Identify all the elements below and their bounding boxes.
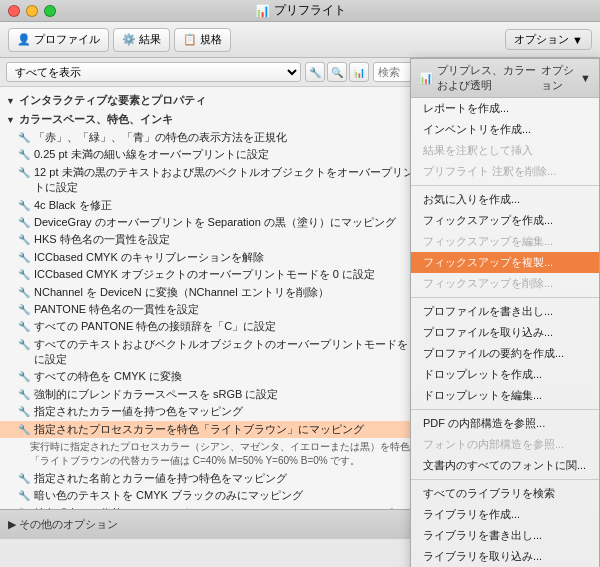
tab-results[interactable]: ⚙️ 結果	[113, 28, 170, 52]
fix-icon: 🔧	[18, 148, 30, 162]
list-item[interactable]: 🔧 強制的にブレンドカラースペースを sRGB に設定	[0, 386, 429, 403]
list-item[interactable]: 🔧 特色「赤」の代替カラーをマゼンタ 100% およびイエロー 60% にマッピ…	[0, 505, 429, 509]
collapse-arrow-2: ▼	[6, 115, 15, 125]
options-label: オプション	[541, 63, 577, 93]
dropdown-arrow: ▼	[580, 72, 591, 84]
filter-bar: すべてを表示 🔧 🔍 📊	[0, 58, 429, 87]
fix-icon: 🔧	[18, 199, 30, 213]
collapse-arrow: ▼	[6, 96, 15, 106]
list-item[interactable]: 🔧 HKS 特色名の一貫性を設定	[0, 231, 429, 248]
tab-profile[interactable]: 👤 プロファイル	[8, 28, 109, 52]
dropdown-menu: 📊 プリプレス、カラーおよび透明 オプション ▼ レポートを作成... インベン…	[410, 58, 600, 567]
filter-select[interactable]: すべてを表示	[6, 62, 301, 82]
list-item[interactable]: 🔧 指定された名前とカラー値を持つ特色をマッピング	[0, 470, 429, 487]
fix-icon: 🔧	[18, 286, 30, 300]
list-item[interactable]: 🔧 指定されたカラー値を持つ色をマッピング	[0, 403, 429, 420]
list-item[interactable]: 🔧 ICCbased CMYK のキャリブレーションを解除	[0, 249, 429, 266]
list-item[interactable]: 🔧 DeviceGray のオーバープリントを Separation の黒（塗り…	[0, 214, 429, 231]
window-controls[interactable]	[8, 5, 56, 17]
maximize-button[interactable]	[44, 5, 56, 17]
fix-icon: 🔧	[18, 268, 30, 282]
list-item[interactable]: 🔧 すべてのテキストおよびベクトルオブジェクトのオーバープリントモードを 1 に…	[0, 336, 429, 369]
menu-separator	[411, 185, 599, 186]
fix-icon: 🔧	[18, 233, 30, 247]
menu-item-delete-fixup: フィックスアップを削除...	[411, 273, 599, 294]
search-btn[interactable]: 🔍	[327, 62, 347, 82]
fix-icon: 🔧	[18, 131, 30, 145]
fix-icon: 🔧	[18, 370, 30, 384]
expand-options-btn[interactable]: ▶ その他のオプション	[8, 517, 118, 532]
list-item-selected[interactable]: 🔧 指定されたプロセスカラーを特色「ライトブラウン」にマッピング	[0, 421, 429, 438]
specs-icon: 📋	[183, 33, 197, 46]
window-title: プリフライト	[274, 2, 346, 19]
tree-list: ▼ インタラクティブな要素とプロパティ ▼ カラースペース、特色、インキ 🔧 「…	[0, 87, 429, 509]
section-colorspace[interactable]: ▼ カラースペース、特色、インキ	[0, 110, 429, 129]
list-item[interactable]: 🔧 4c Black を修正	[0, 197, 429, 214]
menu-item-import-profile[interactable]: プロファイルを取り込み...	[411, 322, 599, 343]
menu-item-report[interactable]: レポートを作成...	[411, 98, 599, 119]
menu-item-search-libraries[interactable]: すべてのライブラリを検索	[411, 483, 599, 504]
fix-icon: 🔧	[18, 320, 30, 334]
dropdown-header: 📊 プリプレス、カラーおよび透明 オプション ▼	[411, 59, 599, 98]
menu-separator-2	[411, 297, 599, 298]
fix-icon: 🔧	[18, 166, 30, 180]
list-item[interactable]: 🔧 12 pt 未満の黒のテキストおよび黒のベクトルオブジェクトをオーバープリン…	[0, 164, 429, 197]
list-item[interactable]: 🔧 すべての PANTONE 特色の接頭辞を「C」に設定	[0, 318, 429, 335]
menu-item-inventory[interactable]: インベントリを作成...	[411, 119, 599, 140]
fix-icon: 🔧	[18, 388, 30, 402]
chevron-down-icon: ▼	[572, 34, 583, 46]
menu-item-annotate: 結果を注釈として挿入	[411, 140, 599, 161]
chart-filter-btn[interactable]: 📊	[349, 62, 369, 82]
fix-filter-btn[interactable]: 🔧	[305, 62, 325, 82]
menu-item-edit-droplet[interactable]: ドロップレットを編集...	[411, 385, 599, 406]
fix-icon: 🔧	[18, 338, 30, 352]
title-bar: 📊 プリフライト	[0, 0, 600, 22]
filter-icons: 🔧 🔍 📊	[305, 62, 369, 82]
fix-icon: 🔧	[18, 423, 30, 437]
right-panel: 📊 プリプレス、カラーおよび透明 オプション ▼ レポートを作成... インベン…	[430, 58, 600, 509]
fix-icon: 🔧	[18, 507, 30, 509]
fix-icon: 🔧	[18, 303, 30, 317]
close-button[interactable]	[8, 5, 20, 17]
chart-icon: 📊	[255, 4, 270, 18]
menu-item-font-structure: フォントの内部構造を参照...	[411, 434, 599, 455]
menu-separator-4	[411, 479, 599, 480]
menu-item-export-library[interactable]: ライブラリを書き出し...	[411, 525, 599, 546]
fix-icon: 🔧	[18, 405, 30, 419]
tab-specs[interactable]: 📋 規格	[174, 28, 231, 52]
list-item[interactable]: 🔧 0.25 pt 未満の細い線をオーバープリントに設定	[0, 146, 429, 163]
list-item[interactable]: 🔧 ICCbased CMYK オブジェクトのオーバープリントモードを 0 に設…	[0, 266, 429, 283]
chart-icon-dropdown: 📊	[419, 72, 433, 85]
profile-icon: 👤	[17, 33, 31, 46]
fix-icon: 🔧	[18, 472, 30, 486]
chevron-icon: ▶	[8, 518, 16, 531]
options-dropdown-btn[interactable]: オプション ▼	[505, 29, 592, 50]
menu-item-create-fixup[interactable]: フィックスアップを作成...	[411, 210, 599, 231]
fix-icon: 🔧	[18, 251, 30, 265]
menu-item-delete-annotation: プリフライト 注釈を削除...	[411, 161, 599, 182]
menu-item-all-fonts[interactable]: 文書内のすべてのフォントに関...	[411, 455, 599, 476]
list-item[interactable]: 🔧 NChannel を DeviceN に変換（NChannel エントリを削…	[0, 284, 429, 301]
menu-item-export-profile[interactable]: プロファイルを書き出し...	[411, 301, 599, 322]
minimize-button[interactable]	[26, 5, 38, 17]
menu-separator-3	[411, 409, 599, 410]
list-item[interactable]: 🔧 「赤」、「緑」、「青」の特色の表示方法を正規化	[0, 129, 429, 146]
left-panel: すべてを表示 🔧 🔍 📊 ▼ インタラクティブな要素とプロパティ ▼ カラースペ…	[0, 58, 430, 509]
detail-text: 実行時に指定されたプロセスカラー（シアン、マゼンタ、イエローまたは黒）を特色「ラ…	[0, 438, 429, 470]
menu-item-profile-summary[interactable]: プロファイルの要約を作成...	[411, 343, 599, 364]
content-area: すべてを表示 🔧 🔍 📊 ▼ インタラクティブな要素とプロパティ ▼ カラースペ…	[0, 58, 600, 509]
list-item[interactable]: 🔧 PANTONE 特色名の一貫性を設定	[0, 301, 429, 318]
menu-item-pdf-structure[interactable]: PDF の内部構造を参照...	[411, 413, 599, 434]
menu-item-import-library[interactable]: ライブラリを取り込み...	[411, 546, 599, 567]
results-icon: ⚙️	[122, 33, 136, 46]
fix-icon: 🔧	[18, 489, 30, 503]
list-item[interactable]: 🔧 暗い色のテキストを CMYK ブラックのみにマッピング	[0, 487, 429, 504]
menu-item-create-droplet[interactable]: ドロップレットを作成...	[411, 364, 599, 385]
section-interactive[interactable]: ▼ インタラクティブな要素とプロパティ	[0, 91, 429, 110]
menu-item-create-library[interactable]: ライブラリを作成...	[411, 504, 599, 525]
menu-item-favorite[interactable]: お気に入りを作成...	[411, 189, 599, 210]
menu-item-duplicate-fixup[interactable]: フィックスアップを複製...	[411, 252, 599, 273]
list-item[interactable]: 🔧 すべての特色を CMYK に変換	[0, 368, 429, 385]
toolbar: 👤 プロファイル ⚙️ 結果 📋 規格 オプション ▼	[0, 22, 600, 58]
menu-item-edit-fixup: フィックスアップを編集...	[411, 231, 599, 252]
